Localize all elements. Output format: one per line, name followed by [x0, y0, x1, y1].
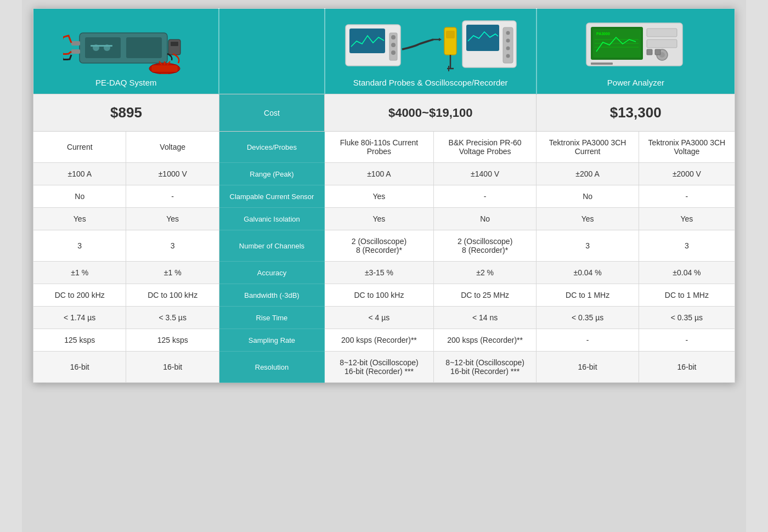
row-label-cell: Clampable Current Sensor	[219, 185, 324, 208]
data-cell: < 1.74 µs	[33, 307, 126, 329]
svg-rect-11	[151, 65, 178, 72]
svg-rect-2	[126, 37, 162, 58]
data-cell: 3	[537, 230, 639, 262]
data-cell: Yes	[33, 208, 126, 230]
table-body: CurrentVoltageDevices/ProbesFluke 80i-11…	[33, 132, 735, 383]
table-row: YesYesGalvanic IsolationYesNoYesYes	[33, 208, 735, 230]
svg-rect-35	[647, 29, 677, 37]
data-cell: -	[639, 185, 735, 208]
analyzer-device-svg: PA3000	[581, 18, 691, 72]
label-spacer	[219, 9, 324, 94]
data-cell: Yes	[325, 208, 434, 230]
pedaq-image	[39, 15, 213, 75]
table-row: < 1.74 µs< 3.5 µsRise Time< 4 µs< 14 ns<…	[33, 307, 735, 329]
probes-device-svg	[343, 16, 518, 74]
svg-text:PA3000: PA3000	[596, 32, 610, 36]
data-cell: ±100 A	[325, 163, 434, 185]
data-cell: ±100 A	[33, 163, 126, 185]
data-cell: Voltage	[126, 132, 219, 163]
analyzer-price: $13,300	[537, 94, 735, 132]
svg-rect-4	[71, 49, 80, 54]
svg-point-17	[391, 50, 396, 55]
data-cell: 16-bit	[126, 352, 219, 383]
table-row: DC to 200 kHzDC to 100 kHzBandwidth (-3d…	[33, 284, 735, 307]
probes-title: Standard Probes & Oscilloscope/Recorder	[353, 78, 508, 87]
table-row: No-Clampable Current SensorYes-No-	[33, 185, 735, 208]
svg-rect-39	[647, 49, 652, 55]
pedaq-price: $895	[33, 94, 219, 132]
svg-rect-3	[71, 41, 80, 46]
data-cell: -	[433, 185, 537, 208]
data-cell: 3	[126, 230, 219, 262]
data-cell: ±200 A	[537, 163, 639, 185]
svg-rect-40	[655, 49, 660, 55]
data-cell: 3	[33, 230, 126, 262]
row-label-cell: Rise Time	[219, 307, 324, 329]
table-row: ±100 A±1000 VRange (Peak)±100 A±1400 V±2…	[33, 163, 735, 185]
data-cell: -	[126, 185, 219, 208]
cost-label: Cost	[219, 94, 324, 132]
data-cell: 3	[639, 230, 735, 262]
data-cell: < 4 µs	[325, 307, 434, 329]
data-cell: No	[33, 185, 126, 208]
row-label-cell: Devices/Probes	[219, 132, 324, 163]
svg-point-27	[506, 54, 510, 58]
data-cell: 125 ksps	[126, 329, 219, 352]
data-cell: ±1 %	[33, 262, 126, 284]
data-cell: B&K Precision PR-60 Voltage Probes	[433, 132, 537, 163]
data-cell: < 3.5 µs	[126, 307, 219, 329]
data-cell: ±1400 V	[433, 163, 537, 185]
data-cell: ±1000 V	[126, 163, 219, 185]
row-label-cell: Number of Channels	[219, 230, 324, 262]
data-cell: DC to 200 kHz	[33, 284, 126, 307]
row-label-cell: Resolution	[219, 352, 324, 383]
data-cell: 2 (Oscilloscope) 8 (Recorder)*	[433, 230, 537, 262]
data-cell: No	[433, 208, 537, 230]
data-cell: DC to 25 MHz	[433, 284, 537, 307]
product-header-row: PE-DAQ System	[33, 9, 735, 94]
svg-rect-9	[91, 45, 112, 47]
data-cell: Yes	[639, 208, 735, 230]
table-row: 33Number of Channels2 (Oscilloscope) 8 (…	[33, 230, 735, 262]
svg-point-15	[391, 35, 396, 39]
svg-point-25	[506, 38, 510, 42]
comparison-table: PE-DAQ System	[33, 8, 735, 383]
analyzer-header: PA3000 Power Ana	[537, 9, 735, 94]
probes-header: Standard Probes & Oscilloscope/Recorder	[325, 9, 537, 94]
row-label-cell: Accuracy	[219, 262, 324, 284]
data-cell: < 0.35 µs	[639, 307, 735, 329]
data-cell: 2 (Oscilloscope) 8 (Recorder)*	[325, 230, 434, 262]
probes-price: $4000~$19,100	[325, 94, 537, 132]
data-cell: No	[537, 185, 639, 208]
data-cell: -	[537, 329, 639, 352]
row-label-cell: Galvanic Isolation	[219, 208, 324, 230]
data-cell: DC to 100 kHz	[126, 284, 219, 307]
data-cell: Current	[33, 132, 126, 163]
data-cell: ±2000 V	[639, 163, 735, 185]
svg-rect-36	[647, 39, 677, 48]
page-outer: PE-DAQ System	[22, 0, 746, 532]
svg-rect-20	[446, 31, 455, 38]
data-cell: 200 ksps (Recorder)**	[433, 329, 537, 352]
data-cell: 16-bit	[537, 352, 639, 383]
data-cell: Yes	[537, 208, 639, 230]
svg-rect-41	[591, 63, 613, 65]
pedaq-device-svg	[63, 16, 189, 74]
data-cell: ±0.04 %	[639, 262, 735, 284]
table-row: CurrentVoltageDevices/ProbesFluke 80i-11…	[33, 132, 735, 163]
data-cell: DC to 1 MHz	[537, 284, 639, 307]
svg-point-26	[506, 46, 510, 50]
data-cell: DC to 1 MHz	[639, 284, 735, 307]
data-cell: ±3-15 %	[325, 262, 434, 284]
row-label-cell: Bandwidth (-3dB)	[219, 284, 324, 307]
table-row: 125 ksps125 kspsSampling Rate200 ksps (R…	[33, 329, 735, 352]
pedaq-header: PE-DAQ System	[33, 9, 219, 94]
data-cell: Tektronix PA3000 3CH Current	[537, 132, 639, 163]
data-cell: Fluke 80i-110s Current Probes	[325, 132, 434, 163]
data-cell: < 14 ns	[433, 307, 537, 329]
table-row: 16-bit16-bitResolution8~12-bit (Oscillos…	[33, 352, 735, 383]
analyzer-title: Power Analyzer	[607, 78, 664, 87]
svg-rect-13	[349, 29, 385, 53]
data-cell: 8~12-bit (Oscilloscope) 16-bit (Recorder…	[433, 352, 537, 383]
data-cell: 16-bit	[639, 352, 735, 383]
